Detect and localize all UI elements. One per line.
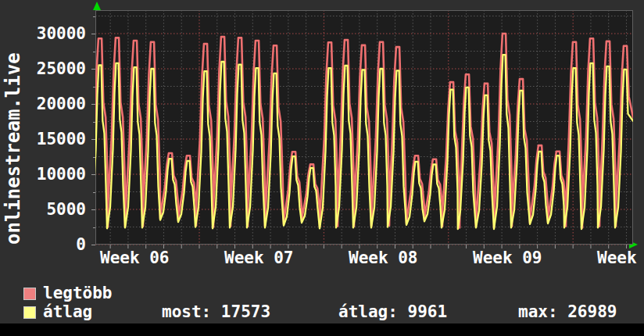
stat-atlag: átlag: 9961 — [338, 303, 447, 320]
x-axis-week-label: Week 07 — [224, 249, 294, 266]
y-axis-tick-label: 15000 — [11, 130, 86, 148]
x-axis-week-label: Week 08 — [349, 249, 418, 266]
x-axis-week-label: Week 06 — [100, 249, 170, 266]
y-axis-tick-label: 5000 — [11, 201, 86, 218]
x-axis-week-label: Week 09 — [473, 249, 542, 266]
legend-swatch-avg — [23, 306, 36, 319]
y-axis-tick-label: 25000 — [11, 60, 86, 77]
y-axis-tick-label: 0 — [11, 236, 86, 253]
time-series-chart — [95, 10, 633, 249]
legend-label-max: legtöbb — [43, 284, 113, 302]
x-axis-week-label: Week — [597, 249, 637, 266]
legend-label-avg: átlag — [43, 303, 92, 320]
y-axis-tick-label: 30000 — [11, 25, 86, 42]
munin-graph-page: onlinestream.live 0500010000150002000025… — [0, 0, 644, 336]
bottom-bar — [0, 323, 644, 336]
stat-max: max: 26989 — [518, 303, 617, 320]
y-axis-tick-label: 20000 — [11, 95, 86, 113]
y-axis-arrow-icon — [93, 2, 101, 10]
legend-swatch-max — [23, 288, 36, 300]
y-axis-tick-label: 10000 — [11, 166, 86, 183]
stat-most: most: 17573 — [162, 303, 270, 320]
